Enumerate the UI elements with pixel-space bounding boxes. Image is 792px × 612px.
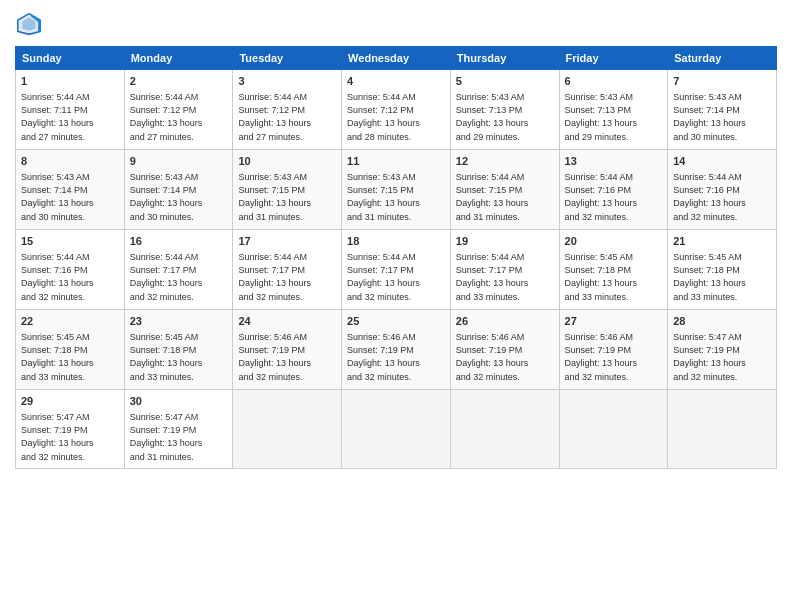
col-thursday: Thursday [450, 47, 559, 70]
calendar-cell: 23Sunrise: 5:45 AMSunset: 7:18 PMDayligh… [124, 310, 233, 390]
calendar-cell [233, 390, 342, 469]
calendar-cell: 21Sunrise: 5:45 AMSunset: 7:18 PMDayligh… [668, 230, 777, 310]
day-info: Sunrise: 5:44 AMSunset: 7:16 PMDaylight:… [565, 171, 663, 223]
day-info: Sunrise: 5:46 AMSunset: 7:19 PMDaylight:… [456, 331, 554, 383]
calendar-cell: 15Sunrise: 5:44 AMSunset: 7:16 PMDayligh… [16, 230, 125, 310]
day-info: Sunrise: 5:46 AMSunset: 7:19 PMDaylight:… [565, 331, 663, 383]
calendar-cell: 7Sunrise: 5:43 AMSunset: 7:14 PMDaylight… [668, 70, 777, 150]
calendar-cell [450, 390, 559, 469]
day-number: 11 [347, 154, 445, 169]
calendar-cell: 4Sunrise: 5:44 AMSunset: 7:12 PMDaylight… [342, 70, 451, 150]
day-info: Sunrise: 5:45 AMSunset: 7:18 PMDaylight:… [565, 251, 663, 303]
calendar-cell: 6Sunrise: 5:43 AMSunset: 7:13 PMDaylight… [559, 70, 668, 150]
day-info: Sunrise: 5:43 AMSunset: 7:13 PMDaylight:… [565, 91, 663, 143]
day-info: Sunrise: 5:44 AMSunset: 7:17 PMDaylight:… [347, 251, 445, 303]
day-info: Sunrise: 5:43 AMSunset: 7:14 PMDaylight:… [130, 171, 228, 223]
calendar-cell: 22Sunrise: 5:45 AMSunset: 7:18 PMDayligh… [16, 310, 125, 390]
day-number: 12 [456, 154, 554, 169]
day-info: Sunrise: 5:45 AMSunset: 7:18 PMDaylight:… [673, 251, 771, 303]
col-monday: Monday [124, 47, 233, 70]
day-info: Sunrise: 5:44 AMSunset: 7:12 PMDaylight:… [347, 91, 445, 143]
day-info: Sunrise: 5:44 AMSunset: 7:16 PMDaylight:… [21, 251, 119, 303]
day-number: 7 [673, 74, 771, 89]
day-number: 13 [565, 154, 663, 169]
day-number: 9 [130, 154, 228, 169]
page: Sunday Monday Tuesday Wednesday Thursday… [0, 0, 792, 612]
calendar-cell: 14Sunrise: 5:44 AMSunset: 7:16 PMDayligh… [668, 150, 777, 230]
calendar-cell [559, 390, 668, 469]
day-info: Sunrise: 5:47 AMSunset: 7:19 PMDaylight:… [21, 411, 119, 463]
day-number: 29 [21, 394, 119, 409]
calendar-cell: 3Sunrise: 5:44 AMSunset: 7:12 PMDaylight… [233, 70, 342, 150]
day-number: 4 [347, 74, 445, 89]
calendar-cell: 30Sunrise: 5:47 AMSunset: 7:19 PMDayligh… [124, 390, 233, 469]
day-info: Sunrise: 5:43 AMSunset: 7:14 PMDaylight:… [21, 171, 119, 223]
day-info: Sunrise: 5:44 AMSunset: 7:17 PMDaylight:… [456, 251, 554, 303]
day-number: 15 [21, 234, 119, 249]
day-info: Sunrise: 5:44 AMSunset: 7:16 PMDaylight:… [673, 171, 771, 223]
day-number: 5 [456, 74, 554, 89]
header [15, 10, 777, 38]
calendar-cell: 8Sunrise: 5:43 AMSunset: 7:14 PMDaylight… [16, 150, 125, 230]
day-number: 8 [21, 154, 119, 169]
day-number: 1 [21, 74, 119, 89]
logo-icon [15, 10, 43, 38]
day-number: 14 [673, 154, 771, 169]
day-number: 17 [238, 234, 336, 249]
calendar-cell: 20Sunrise: 5:45 AMSunset: 7:18 PMDayligh… [559, 230, 668, 310]
calendar-cell: 19Sunrise: 5:44 AMSunset: 7:17 PMDayligh… [450, 230, 559, 310]
calendar-cell: 13Sunrise: 5:44 AMSunset: 7:16 PMDayligh… [559, 150, 668, 230]
day-number: 6 [565, 74, 663, 89]
day-number: 20 [565, 234, 663, 249]
calendar-cell: 1Sunrise: 5:44 AMSunset: 7:11 PMDaylight… [16, 70, 125, 150]
day-info: Sunrise: 5:44 AMSunset: 7:17 PMDaylight:… [130, 251, 228, 303]
calendar-table: Sunday Monday Tuesday Wednesday Thursday… [15, 46, 777, 469]
calendar-cell: 12Sunrise: 5:44 AMSunset: 7:15 PMDayligh… [450, 150, 559, 230]
calendar-cell: 24Sunrise: 5:46 AMSunset: 7:19 PMDayligh… [233, 310, 342, 390]
calendar-cell [668, 390, 777, 469]
day-info: Sunrise: 5:44 AMSunset: 7:12 PMDaylight:… [238, 91, 336, 143]
day-number: 2 [130, 74, 228, 89]
day-info: Sunrise: 5:46 AMSunset: 7:19 PMDaylight:… [347, 331, 445, 383]
calendar-cell: 9Sunrise: 5:43 AMSunset: 7:14 PMDaylight… [124, 150, 233, 230]
calendar-cell: 27Sunrise: 5:46 AMSunset: 7:19 PMDayligh… [559, 310, 668, 390]
day-info: Sunrise: 5:43 AMSunset: 7:13 PMDaylight:… [456, 91, 554, 143]
day-info: Sunrise: 5:44 AMSunset: 7:15 PMDaylight:… [456, 171, 554, 223]
calendar-cell: 26Sunrise: 5:46 AMSunset: 7:19 PMDayligh… [450, 310, 559, 390]
calendar-cell: 2Sunrise: 5:44 AMSunset: 7:12 PMDaylight… [124, 70, 233, 150]
day-info: Sunrise: 5:44 AMSunset: 7:12 PMDaylight:… [130, 91, 228, 143]
day-info: Sunrise: 5:43 AMSunset: 7:15 PMDaylight:… [238, 171, 336, 223]
day-info: Sunrise: 5:44 AMSunset: 7:17 PMDaylight:… [238, 251, 336, 303]
calendar-cell: 29Sunrise: 5:47 AMSunset: 7:19 PMDayligh… [16, 390, 125, 469]
header-row: Sunday Monday Tuesday Wednesday Thursday… [16, 47, 777, 70]
col-friday: Friday [559, 47, 668, 70]
calendar-cell: 16Sunrise: 5:44 AMSunset: 7:17 PMDayligh… [124, 230, 233, 310]
col-saturday: Saturday [668, 47, 777, 70]
calendar-cell: 10Sunrise: 5:43 AMSunset: 7:15 PMDayligh… [233, 150, 342, 230]
calendar-cell: 11Sunrise: 5:43 AMSunset: 7:15 PMDayligh… [342, 150, 451, 230]
day-number: 10 [238, 154, 336, 169]
calendar-cell: 17Sunrise: 5:44 AMSunset: 7:17 PMDayligh… [233, 230, 342, 310]
day-number: 28 [673, 314, 771, 329]
day-number: 26 [456, 314, 554, 329]
day-number: 19 [456, 234, 554, 249]
day-info: Sunrise: 5:47 AMSunset: 7:19 PMDaylight:… [673, 331, 771, 383]
col-sunday: Sunday [16, 47, 125, 70]
day-number: 18 [347, 234, 445, 249]
col-wednesday: Wednesday [342, 47, 451, 70]
logo [15, 10, 47, 38]
calendar-cell: 5Sunrise: 5:43 AMSunset: 7:13 PMDaylight… [450, 70, 559, 150]
day-number: 24 [238, 314, 336, 329]
day-info: Sunrise: 5:43 AMSunset: 7:15 PMDaylight:… [347, 171, 445, 223]
day-number: 30 [130, 394, 228, 409]
day-info: Sunrise: 5:47 AMSunset: 7:19 PMDaylight:… [130, 411, 228, 463]
day-number: 3 [238, 74, 336, 89]
day-number: 23 [130, 314, 228, 329]
day-info: Sunrise: 5:46 AMSunset: 7:19 PMDaylight:… [238, 331, 336, 383]
day-info: Sunrise: 5:45 AMSunset: 7:18 PMDaylight:… [21, 331, 119, 383]
calendar-cell [342, 390, 451, 469]
day-number: 22 [21, 314, 119, 329]
day-number: 25 [347, 314, 445, 329]
day-number: 21 [673, 234, 771, 249]
day-number: 27 [565, 314, 663, 329]
